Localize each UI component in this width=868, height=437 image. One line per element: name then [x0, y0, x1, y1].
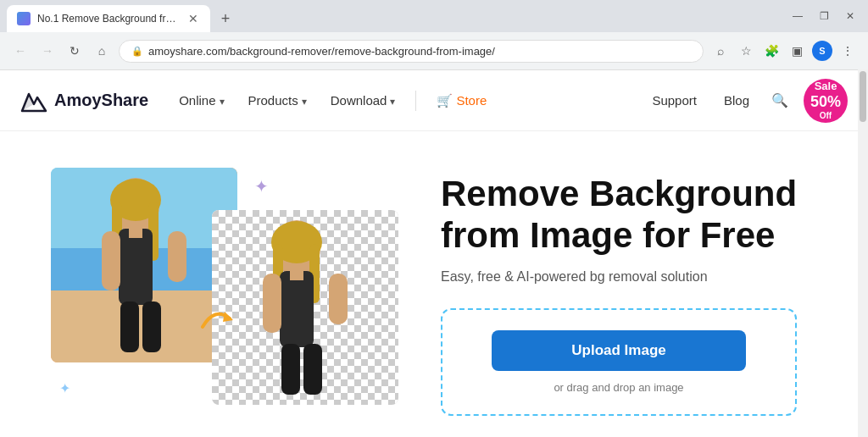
- tab-close-button[interactable]: ✕: [186, 12, 200, 25]
- svg-rect-13: [120, 301, 139, 352]
- nav-links: Online Products Download 🛒 Store: [169, 86, 642, 115]
- bookmark-icon[interactable]: ☆: [736, 41, 756, 61]
- logo-text: AmoyShare: [54, 91, 148, 110]
- forward-button[interactable]: →: [37, 41, 58, 61]
- nav-store-label: Store: [456, 93, 487, 108]
- svg-rect-12: [129, 225, 142, 238]
- scrollbar-thumb[interactable]: [860, 71, 866, 122]
- svg-rect-30: [303, 344, 322, 395]
- lock-icon: 🔒: [131, 46, 143, 57]
- nav-products-label: Products: [248, 93, 298, 108]
- window-controls: — ❐ ✕: [793, 10, 861, 27]
- arrow-icon: [199, 303, 233, 340]
- demo-removed-image: [212, 210, 398, 405]
- website-content: AmoyShare Online Products Download 🛒 Sto…: [0, 70, 868, 437]
- nav-online-label: Online: [179, 93, 215, 108]
- nav-blog[interactable]: Blog: [714, 86, 760, 114]
- svg-rect-28: [290, 268, 303, 280]
- hero-title-text: Remove Backgroundfrom Image for Free: [441, 174, 797, 254]
- removed-image-svg: [212, 210, 398, 405]
- nav-divider: [415, 91, 416, 111]
- hero-subtitle: Easy, free & AI-powered bg removal solut…: [441, 269, 817, 285]
- sale-badge[interactable]: Sale 50% Off: [804, 79, 848, 123]
- tab-bar: No.1 Remove Background from... ✕ + — ❐ ✕: [0, 0, 868, 32]
- back-button[interactable]: ←: [10, 41, 31, 61]
- active-tab[interactable]: No.1 Remove Background from... ✕: [7, 5, 210, 32]
- hero-section: ✦ ✦: [0, 131, 868, 437]
- sparkle-top-icon: ✦: [254, 176, 269, 196]
- svg-rect-9: [119, 229, 153, 305]
- nav-right: Support Blog 🔍 Sale 50% Off: [642, 79, 848, 123]
- sparkle-bottom-icon: ✦: [59, 380, 70, 396]
- toolbar-icons: ⌕ ☆ 🧩 ▣ S ⋮: [710, 41, 858, 61]
- drag-hint-text: or drag and drop an image: [554, 381, 683, 394]
- maximize-button[interactable]: ❐: [820, 10, 829, 22]
- logo[interactable]: AmoyShare: [20, 87, 148, 114]
- nav-download[interactable]: Download: [320, 86, 406, 114]
- svg-rect-26: [263, 274, 281, 333]
- sale-off: Off: [820, 111, 832, 121]
- demo-images: ✦ ✦: [51, 168, 407, 422]
- nav-support[interactable]: Support: [642, 86, 707, 114]
- svg-rect-29: [281, 344, 300, 395]
- url-text: amoyshare.com/background-remover/remove-…: [148, 45, 495, 58]
- nav-store[interactable]: 🛒 Store: [426, 86, 497, 115]
- svg-rect-14: [142, 301, 161, 352]
- address-bar: ← → ↻ ⌂ 🔒 amoyshare.com/background-remov…: [0, 32, 868, 69]
- nav-download-label: Download: [331, 93, 387, 108]
- site-nav: AmoyShare Online Products Download 🛒 Sto…: [0, 70, 868, 131]
- online-chevron-icon: [220, 93, 225, 108]
- upload-drop-zone[interactable]: Upload Image or drag and drop an image: [441, 308, 797, 416]
- sale-percent: 50%: [810, 93, 841, 112]
- nav-online[interactable]: Online: [169, 86, 234, 114]
- hero-title: Remove Backgroundfrom Image for Free: [441, 174, 817, 256]
- logo-icon: [20, 87, 47, 114]
- svg-marker-1: [22, 94, 34, 111]
- minimize-button[interactable]: —: [793, 10, 803, 22]
- nav-search-button[interactable]: 🔍: [766, 87, 793, 114]
- arrow-svg: [199, 303, 233, 334]
- tab-favicon: [17, 12, 31, 25]
- hero-text: Remove Backgroundfrom Image for Free Eas…: [441, 174, 817, 416]
- tab-title: No.1 Remove Background from...: [37, 13, 180, 25]
- nav-products[interactable]: Products: [238, 86, 317, 114]
- svg-rect-11: [168, 231, 186, 282]
- scrollbar[interactable]: [858, 69, 868, 437]
- svg-rect-10: [102, 231, 120, 290]
- refresh-button[interactable]: ↻: [64, 41, 85, 61]
- close-button[interactable]: ✕: [846, 10, 854, 22]
- svg-rect-27: [329, 274, 348, 324]
- search-icon[interactable]: ⌕: [710, 41, 731, 61]
- browser-chrome: No.1 Remove Background from... ✕ + — ❐ ✕…: [0, 0, 868, 70]
- profile-icon[interactable]: S: [812, 41, 832, 61]
- sale-label: Sale: [815, 80, 837, 93]
- svg-rect-25: [280, 271, 314, 347]
- home-button[interactable]: ⌂: [92, 41, 112, 61]
- download-chevron-icon: [390, 93, 395, 108]
- upload-image-button[interactable]: Upload Image: [492, 330, 746, 371]
- url-bar[interactable]: 🔒 amoyshare.com/background-remover/remov…: [119, 40, 704, 63]
- products-chevron-icon: [302, 93, 307, 108]
- sidebar-icon[interactable]: ▣: [787, 41, 807, 61]
- svg-marker-15: [223, 312, 233, 322]
- menu-icon[interactable]: ⋮: [837, 41, 858, 61]
- extension-icon[interactable]: 🧩: [761, 41, 782, 61]
- new-tab-button[interactable]: +: [214, 7, 237, 30]
- cart-icon: 🛒: [437, 93, 453, 108]
